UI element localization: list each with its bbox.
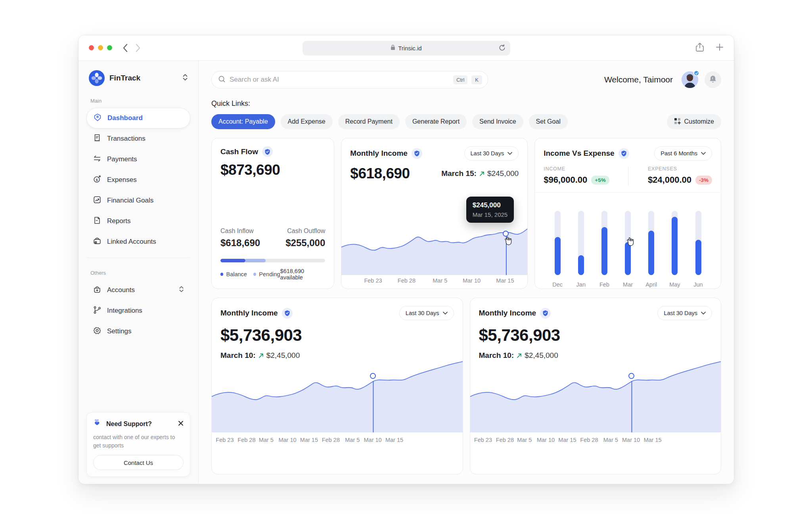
income-area-chart[interactable] <box>211 359 463 432</box>
highlight-date: March 15: <box>441 169 477 178</box>
close-icon[interactable] <box>178 421 184 428</box>
close-window-button[interactable] <box>89 45 94 50</box>
lock-icon <box>391 44 395 52</box>
card-title: Cash Flow <box>220 147 258 156</box>
shield-check-icon <box>619 148 629 159</box>
new-tab-icon[interactable] <box>716 43 724 53</box>
sidebar-item-integrations[interactable]: Integrations <box>86 300 190 321</box>
income-value: $96,000.00 <box>544 175 587 185</box>
x-tick: Feb 28 <box>496 437 514 443</box>
bar-fill <box>695 240 701 275</box>
branch-icon <box>93 306 102 316</box>
income-area-chart[interactable] <box>470 359 722 432</box>
sidebar: FinTrack Main Dashboard Transactions Pay… <box>79 61 199 484</box>
chart-tooltip: $245,000 Mar 15, 2025 <box>466 197 514 223</box>
x-tick: May <box>663 281 686 288</box>
others-nav: Accounts Integrations Settings <box>86 280 190 342</box>
cash-inflow-value: $618,690 <box>220 237 260 248</box>
x-tick: Mar 15 <box>643 437 661 443</box>
sidebar-item-label: Payments <box>107 155 137 163</box>
reload-icon[interactable] <box>498 44 506 53</box>
range-dropdown[interactable]: Last 30 Days <box>464 146 519 161</box>
range-dropdown[interactable]: Last 30 Days <box>657 306 712 320</box>
sidebar-item-linked-accounts[interactable]: Linked Accounts <box>86 231 190 252</box>
cash-outflow-value: $255,000 <box>285 237 325 248</box>
x-tick: Mar 15 <box>385 437 403 443</box>
x-tick: Feb 23 <box>216 437 234 443</box>
balance-segment <box>220 259 245 262</box>
hearts-icon <box>93 419 103 429</box>
available-amount: $618,690 available <box>280 268 326 281</box>
notifications-button[interactable] <box>705 71 721 88</box>
workspace-switcher[interactable]: FinTrack <box>86 70 190 86</box>
x-tick: Feb 23 <box>474 437 492 443</box>
sidebar-item-settings[interactable]: Settings <box>86 321 190 342</box>
bell-icon <box>709 75 717 85</box>
sidebar-item-transactions[interactable]: Transactions <box>86 128 190 149</box>
sidebar-item-label: Accounts <box>107 286 135 294</box>
bar-mar[interactable] <box>620 211 636 275</box>
sidebar-item-dashboard[interactable]: Dashboard <box>86 108 190 128</box>
grid-plus-icon <box>674 118 681 126</box>
bar-jun[interactable] <box>690 211 707 275</box>
x-tick: Mar 15 <box>300 437 318 443</box>
bar-april[interactable] <box>643 211 660 275</box>
sidebar-item-financial-goals[interactable]: Financial Goals <box>86 190 190 211</box>
minimize-window-button[interactable] <box>98 45 103 50</box>
x-tick: Mar 10 <box>622 437 640 443</box>
zoom-window-button[interactable] <box>107 45 112 50</box>
range-value: Past 6 Months <box>661 150 697 157</box>
verified-badge-icon <box>693 70 699 76</box>
bar-dec[interactable] <box>549 211 566 275</box>
x-tick: Feb 28 <box>580 437 598 443</box>
fintrack-logo-icon <box>89 70 105 86</box>
search-icon <box>218 75 226 84</box>
sidebar-item-label: Integrations <box>107 307 142 315</box>
sidebar-item-expenses[interactable]: $ Expenses <box>86 170 190 190</box>
bar-jan[interactable] <box>573 211 589 275</box>
forward-icon[interactable] <box>136 44 141 52</box>
chevron-updown-icon <box>179 285 184 295</box>
search-bar[interactable]: Ctrl K <box>211 71 488 88</box>
section-label-others: Others <box>90 270 186 276</box>
share-icon[interactable] <box>696 42 704 54</box>
legend-balance: Balance <box>226 271 247 277</box>
quick-link-record-payment[interactable]: Record Payment <box>338 114 400 129</box>
sidebar-item-payments[interactable]: Payments <box>86 149 190 170</box>
sidebar-divider <box>87 258 190 258</box>
quick-link-generate-report[interactable]: Generate Report <box>405 114 467 129</box>
quick-link-account-payable[interactable]: Account: Payable <box>211 114 275 129</box>
expenses-label: EXPENSES <box>648 166 712 172</box>
trend-up-icon <box>516 353 522 359</box>
range-value: Last 30 Days <box>664 310 697 316</box>
bar-feb[interactable] <box>596 211 613 275</box>
range-dropdown[interactable]: Last 30 Days <box>399 306 454 320</box>
avatar[interactable] <box>682 71 698 88</box>
quick-link-set-goal[interactable]: Set Goal <box>529 114 568 129</box>
customize-button[interactable]: Customize <box>667 114 721 129</box>
customize-label: Customize <box>684 118 714 125</box>
sidebar-item-label: Expenses <box>107 176 137 184</box>
back-icon[interactable] <box>123 44 128 52</box>
bar-fill <box>578 255 584 275</box>
shield-check-icon <box>412 148 422 159</box>
quick-link-add-expense[interactable]: Add Expense <box>281 114 333 129</box>
x-tick: Mar 10 <box>537 437 555 443</box>
monthly-income-card-bottom-left: Monthly Income Last 30 Days $5,736,903 M… <box>211 298 463 474</box>
income-area-chart[interactable] <box>341 222 528 275</box>
cash-outflow-label: Cash Outflow <box>285 227 325 235</box>
card-title: Monthly Income <box>220 309 278 317</box>
contact-us-button[interactable]: Contact Us <box>93 455 184 470</box>
quick-link-send-invoice[interactable]: Send Invoice <box>472 114 523 129</box>
sidebar-item-reports[interactable]: Reports <box>86 211 190 231</box>
address-bar[interactable]: Trinsic.id <box>303 41 510 55</box>
browser-chrome: Trinsic.id <box>79 35 734 61</box>
bar-may[interactable] <box>666 211 683 275</box>
range-dropdown[interactable]: Past 6 Months <box>654 146 712 161</box>
bar-fill <box>672 217 678 275</box>
stats-divider <box>628 167 628 186</box>
x-tick: Feb 28 <box>322 437 340 443</box>
search-input[interactable] <box>230 76 449 84</box>
sidebar-item-accounts[interactable]: Accounts <box>86 280 190 300</box>
section-label-main: Main <box>90 98 186 104</box>
